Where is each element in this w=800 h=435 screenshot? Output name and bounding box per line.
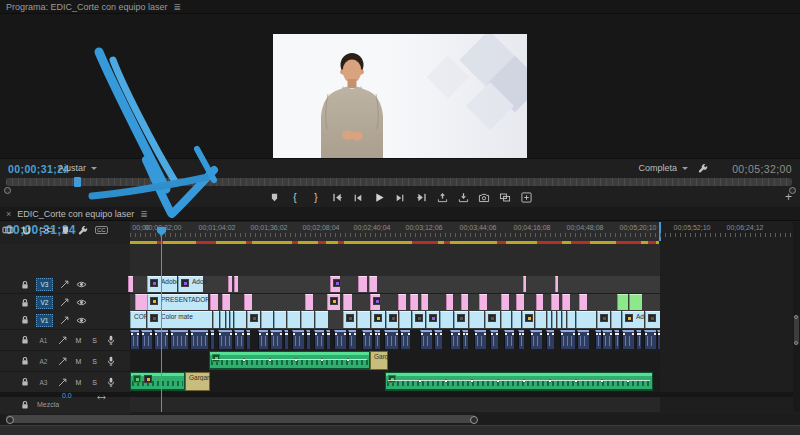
lift-button[interactable] (435, 191, 449, 205)
timeline-clip[interactable] (234, 276, 238, 292)
timeline-clip[interactable] (512, 311, 521, 328)
timeline-clip[interactable] (213, 311, 219, 328)
timeline-clip[interactable]: Garganta (370, 351, 388, 370)
timeline-clip[interactable] (210, 330, 214, 349)
track-lane-a1[interactable] (130, 330, 660, 350)
timeline-clip[interactable] (398, 294, 406, 310)
monitor-settings-wrench-icon[interactable] (697, 163, 708, 174)
timeline-clip[interactable]: PRESENTADOR.mp4 (147, 294, 208, 310)
timeline-clip[interactable] (546, 330, 554, 349)
timeline-ruler[interactable]: 00;0000;00;32;0000;01;04;0200;01;36;0200… (130, 222, 800, 241)
timeline-clip[interactable] (274, 311, 286, 328)
timeline-clip[interactable] (597, 311, 610, 328)
timeline-clip[interactable] (644, 330, 656, 349)
timeline-clip[interactable] (518, 330, 524, 349)
timeline-clip[interactable] (454, 311, 468, 328)
timeline-clip[interactable]: Garganta cu (185, 372, 210, 391)
timeline-clip[interactable] (234, 311, 246, 328)
timeline-clip[interactable] (410, 294, 418, 310)
timeline-clip[interactable] (234, 330, 244, 349)
timeline-clip[interactable] (244, 294, 252, 310)
timeline-clip[interactable] (141, 330, 152, 349)
timeline-clip[interactable] (560, 330, 575, 349)
go-to-out-button[interactable] (414, 191, 428, 205)
fit-sequence-icon[interactable] (96, 393, 107, 402)
timeline-clip[interactable] (170, 330, 188, 349)
timeline-clip[interactable] (228, 276, 232, 292)
sync-lock-icon[interactable] (58, 357, 67, 366)
mute-button[interactable]: M (74, 358, 83, 365)
timeline-clip[interactable] (358, 276, 367, 292)
timeline-clip[interactable] (420, 330, 432, 349)
track-lane-a3[interactable]: Garganta cu (130, 372, 660, 392)
timeline-clip[interactable] (614, 330, 619, 349)
mix-track-lane[interactable] (130, 397, 660, 412)
add-button[interactable]: + (785, 190, 792, 204)
timeline-clip[interactable] (501, 311, 511, 328)
mark-in-button[interactable]: { (288, 191, 302, 205)
timeline-clip[interactable] (547, 311, 551, 328)
lock-icon[interactable] (20, 335, 30, 345)
timeline-clip[interactable] (479, 294, 487, 310)
timeline-clip[interactable] (261, 311, 273, 328)
timeline-clip[interactable] (645, 311, 660, 328)
timeline-clip[interactable] (611, 311, 621, 328)
timeline-clip[interactable] (130, 372, 185, 391)
track-target-a3[interactable]: A3 (36, 377, 51, 388)
timeline-clip[interactable] (412, 311, 425, 328)
mic-icon[interactable] (106, 356, 116, 366)
timeline-clip[interactable] (462, 330, 468, 349)
sync-lock-icon[interactable] (60, 298, 69, 307)
timeline-clip[interactable] (636, 330, 641, 349)
timeline-clip[interactable] (504, 330, 514, 349)
lock-icon[interactable] (20, 298, 30, 308)
sync-lock-icon[interactable] (58, 336, 67, 345)
fit-dropdown[interactable]: Ajustar (58, 163, 97, 173)
add-marker-button[interactable] (267, 191, 281, 205)
timeline-clip[interactable]: Adobe (147, 276, 177, 292)
timeline-clip[interactable] (305, 294, 313, 310)
monitor-playhead[interactable] (74, 177, 81, 187)
timeline-clip[interactable] (629, 294, 642, 310)
mic-icon[interactable] (106, 335, 116, 345)
timeline-clip[interactable] (384, 330, 398, 349)
track-lane-v1[interactable]: CORColor mateAdo (130, 311, 660, 329)
timeline-clip[interactable] (576, 311, 596, 328)
timeline-clip[interactable] (230, 311, 233, 328)
timeline-clip[interactable] (370, 294, 380, 310)
scrollbar-knob[interactable] (6, 416, 14, 424)
timeline-clip[interactable]: Color mate (147, 311, 212, 328)
solo-button[interactable]: S (90, 358, 99, 365)
timeline-clip[interactable] (330, 276, 340, 292)
timeline-clip[interactable] (555, 276, 558, 292)
timeline-clip[interactable] (562, 311, 566, 328)
timeline-clip[interactable] (374, 330, 380, 349)
button-editor-button[interactable] (519, 191, 533, 205)
timeline-clip[interactable] (485, 311, 500, 328)
mute-button[interactable]: M (74, 337, 83, 344)
mic-icon[interactable] (106, 377, 116, 387)
timeline-clip[interactable]: COR (130, 311, 146, 328)
timeline-clip[interactable] (362, 330, 372, 349)
sync-lock-icon[interactable] (60, 316, 69, 325)
timeline-clip[interactable] (450, 330, 460, 349)
timeline-clip[interactable] (128, 276, 133, 292)
timeline-clip[interactable] (657, 330, 660, 349)
timeline-clip[interactable] (315, 311, 328, 328)
timeline-clip[interactable] (343, 311, 356, 328)
timeline-clip[interactable] (135, 294, 147, 310)
timeline-clip[interactable] (327, 294, 340, 310)
horizontal-scrollbar-handle[interactable] (6, 415, 476, 423)
timeline-clip[interactable] (617, 294, 628, 310)
eye-icon[interactable] (76, 297, 87, 308)
timeline-clip[interactable] (369, 276, 377, 292)
linked-selection-icon[interactable] (39, 225, 54, 235)
timeline-clip[interactable] (386, 311, 398, 328)
scrollbar-knob[interactable] (470, 416, 478, 424)
timeline-clip[interactable] (287, 311, 300, 328)
mix-level-value[interactable]: 0.0 (62, 392, 72, 399)
track-target-v3[interactable]: V3 (36, 278, 53, 291)
timeline-clip[interactable] (461, 294, 468, 310)
timeline-clip[interactable] (579, 294, 587, 310)
timeline-clip[interactable] (567, 311, 575, 328)
